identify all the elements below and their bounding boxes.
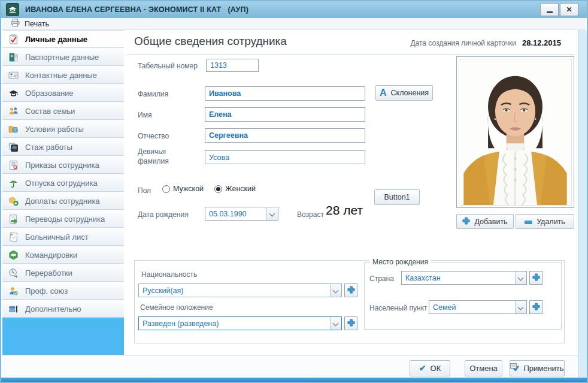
last-name-label: Фамилия [138, 90, 168, 98]
window-title: ИВАНОВА ЕЛЕНА СЕРГЕЕВНА - ЭКОНОМИСТ II К… [25, 5, 540, 14]
marital-status-select[interactable]: Разведен (разведена) [138, 316, 342, 330]
add-marital-status-button[interactable] [344, 316, 357, 330]
last-name-input[interactable] [205, 86, 365, 101]
birth-date-label: Дата рождения [138, 210, 189, 219]
city-select[interactable]: Семей [429, 300, 527, 314]
sidebar-item-14[interactable]: Переработки [2, 264, 124, 282]
minimize-button[interactable] [540, 3, 559, 16]
middle-name-input[interactable] [205, 128, 365, 143]
birth-date-picker[interactable]: 05.03.1990 [205, 207, 278, 221]
sidebar-item-12[interactable]: Больничный лист [2, 228, 124, 246]
folder-globe-icon [8, 124, 19, 134]
middle-name-label: Отчество [138, 132, 169, 140]
sidebar-item-10[interactable]: Доплаты сотрудника [2, 192, 124, 210]
minus-icon [525, 218, 532, 226]
sidebar-item-label: Переработки [25, 269, 72, 278]
sidebar-item-label: Больничный лист [25, 233, 89, 242]
first-name-input[interactable] [205, 107, 365, 122]
country-select[interactable]: Казахстан [401, 271, 527, 285]
sidebar-item-1[interactable]: Личные данные [2, 30, 124, 48]
age-label: Возраст [297, 210, 324, 219]
maiden-name-label: Девичья фамилия [138, 147, 181, 166]
plus-icon [532, 302, 540, 313]
sidebar-item-8[interactable]: Приказы сотрудника [2, 156, 124, 174]
app-logo-icon [6, 3, 19, 16]
sidebar-item-6[interactable]: Условия работы [2, 120, 124, 138]
print-menu-item[interactable]: Печать [7, 19, 53, 29]
gender-label: Пол [138, 186, 151, 195]
chevron-down-icon [515, 301, 526, 313]
clipboard-check-icon [8, 34, 19, 44]
sick-note-icon [8, 232, 19, 242]
sidebar-item-4[interactable]: Образование [2, 84, 124, 102]
close-icon: ✕ [566, 5, 572, 14]
marital-status-label: Семейное положение [140, 303, 213, 312]
city-label: Населеный пункт [369, 304, 428, 312]
remove-photo-button[interactable]: Удалить [516, 214, 574, 229]
sidebar-item-13[interactable]: Командировки [2, 246, 124, 264]
employee-photo [459, 59, 572, 206]
demographics-panel: Национальность Русский(ая) Семейное поло… [134, 260, 565, 343]
sidebar-item-label: Состав семьи [25, 107, 75, 116]
radio-female-icon [214, 185, 222, 193]
sidebar-item-label: Образование [25, 89, 74, 98]
card-creation-date: Дата создания личной карточки 28.12.2015 [410, 38, 561, 47]
apply-icon [510, 363, 519, 373]
ok-button[interactable]: ✔ ОК [410, 360, 450, 376]
sidebar-item-5[interactable]: Состав семьи [2, 102, 124, 120]
maiden-name-input[interactable] [205, 150, 365, 164]
close-button[interactable]: ✕ [560, 3, 578, 16]
cancel-button[interactable]: Отмена [465, 360, 502, 376]
first-name-label: Имя [138, 111, 151, 119]
order-document-icon [8, 160, 19, 170]
window-bottom-frame [1, 378, 587, 382]
gender-option-male[interactable]: Мужской [162, 185, 204, 193]
family-icon [8, 106, 19, 116]
sidebar-item-16[interactable]: Дополнительно [2, 300, 124, 318]
main-panel: Общие сведения сотрудника Дата создания … [124, 30, 578, 355]
sidebar-item-label: Стаж работы [25, 143, 72, 152]
sidebar-item-label: Отпуска сотрудника [25, 179, 98, 188]
birth-place-legend: Место рождения [369, 258, 431, 266]
transfer-document-icon [8, 214, 19, 224]
add-country-button[interactable] [529, 271, 542, 285]
extra-list-icon [8, 304, 19, 314]
sidebar-item-2[interactable]: Паспортные данные [2, 48, 124, 66]
card-date-label: Дата создания личной карточки [410, 39, 516, 47]
sidebar-item-label: Переводы сотрудника [25, 215, 105, 224]
nationality-label: Национальность [141, 270, 197, 279]
window-right-frame [578, 30, 588, 381]
gender-radio-group: Мужской Женский [162, 185, 256, 193]
sidebar-item-label: Доплаты сотрудника [25, 197, 100, 206]
header-divider [127, 54, 574, 55]
add-nationality-button[interactable] [344, 284, 357, 297]
personnel-number-input[interactable] [206, 59, 259, 72]
photo-frame [456, 56, 574, 208]
chevron-down-icon [515, 272, 526, 284]
sidebar-item-label: Паспортные данные [25, 53, 99, 62]
page-title: Общие сведения сотрудника [134, 35, 287, 48]
sidebar-item-15[interactable]: Проф. союз [2, 282, 124, 300]
apply-button[interactable]: Применить [510, 360, 565, 376]
chevron-down-icon [330, 284, 341, 297]
add-city-button[interactable] [529, 300, 542, 314]
nationality-select[interactable]: Русский(ая) [138, 284, 342, 297]
sidebar-item-label: Контактные данные [25, 71, 97, 80]
menubar: Печать [2, 18, 586, 30]
plus-icon [347, 285, 355, 296]
sidebar-item-label: Дополнительно [25, 304, 81, 313]
gender-option-female[interactable]: Женский [214, 185, 256, 193]
plus-icon [462, 217, 470, 227]
umbrella-icon [8, 178, 19, 188]
passport-icon [8, 52, 19, 62]
sidebar-item-3[interactable]: Контактные данные [2, 66, 124, 84]
employee-card-window: ИВАНОВА ЕЛЕНА СЕРГЕЕВНА - ЭКОНОМИСТ II К… [0, 0, 588, 383]
birth-place-group: Место рождения Страна Казахстан Населены… [364, 262, 562, 330]
declensions-button[interactable]: A Склонения [375, 85, 433, 101]
add-photo-button[interactable]: Добавить [456, 214, 514, 229]
sidebar-item-7[interactable]: Стаж работы [2, 138, 124, 156]
sidebar-item-label: Проф. союз [25, 287, 68, 295]
sidebar-item-9[interactable]: Отпуска сотрудника [2, 174, 124, 192]
button1[interactable]: Button1 [374, 189, 420, 205]
sidebar-item-11[interactable]: Переводы сотрудника [2, 210, 124, 228]
